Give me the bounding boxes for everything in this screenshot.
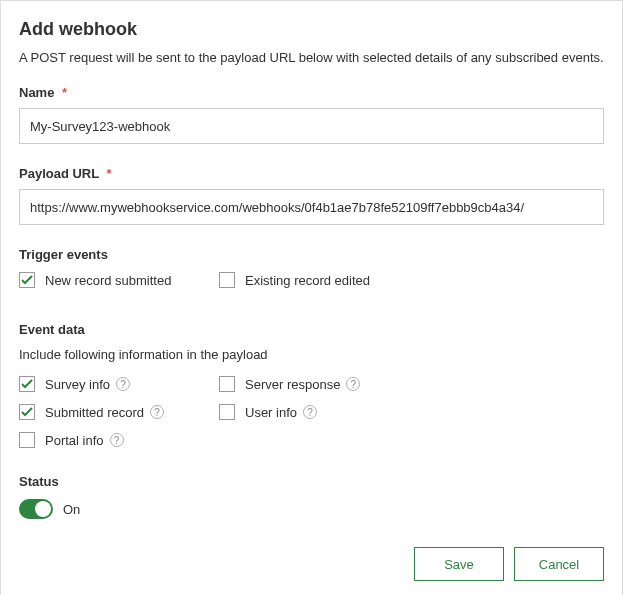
event-data-subtext: Include following information in the pay… [19, 347, 604, 362]
option-portal-info: Portal info ? [19, 432, 219, 448]
trigger-events-options: New record submitted Existing record edi… [19, 272, 604, 300]
label-new-record[interactable]: New record submitted [45, 273, 171, 288]
label-existing-record[interactable]: Existing record edited [245, 273, 370, 288]
required-mark-icon: * [62, 85, 67, 100]
payload-url-input[interactable] [19, 189, 604, 225]
dialog-description: A POST request will be sent to the paylo… [19, 50, 604, 65]
checkbox-new-record[interactable] [19, 272, 35, 288]
check-icon [21, 275, 33, 285]
save-button[interactable]: Save [414, 547, 504, 581]
status-label: Status [19, 474, 604, 489]
checkbox-portal-info[interactable] [19, 432, 35, 448]
check-icon [21, 407, 33, 417]
dialog-footer: Save Cancel [19, 547, 604, 581]
status-row: On [19, 499, 604, 519]
label-server-response[interactable]: Server response [245, 377, 340, 392]
event-data-options: Survey info ? Server response ? Submitte… [19, 376, 604, 460]
option-existing-record: Existing record edited [219, 272, 419, 288]
payload-url-label-text: Payload URL [19, 166, 99, 181]
payload-url-label: Payload URL * [19, 166, 604, 181]
help-icon[interactable]: ? [303, 405, 317, 419]
help-icon[interactable]: ? [116, 377, 130, 391]
checkbox-submitted-record[interactable] [19, 404, 35, 420]
help-icon[interactable]: ? [150, 405, 164, 419]
label-submitted-record[interactable]: Submitted record [45, 405, 144, 420]
label-portal-info[interactable]: Portal info [45, 433, 104, 448]
name-label: Name * [19, 85, 604, 100]
checkbox-survey-info[interactable] [19, 376, 35, 392]
option-server-response: Server response ? [219, 376, 419, 392]
check-icon [21, 379, 33, 389]
option-user-info: User info ? [219, 404, 419, 420]
label-survey-info[interactable]: Survey info [45, 377, 110, 392]
name-label-text: Name [19, 85, 54, 100]
status-value: On [63, 502, 80, 517]
checkbox-existing-record[interactable] [219, 272, 235, 288]
trigger-events-label: Trigger events [19, 247, 604, 262]
option-survey-info: Survey info ? [19, 376, 219, 392]
option-submitted-record: Submitted record ? [19, 404, 219, 420]
add-webhook-dialog: Add webhook A POST request will be sent … [0, 0, 623, 595]
dialog-title: Add webhook [19, 19, 604, 40]
option-new-record: New record submitted [19, 272, 219, 288]
checkbox-server-response[interactable] [219, 376, 235, 392]
toggle-knob-icon [35, 501, 51, 517]
required-mark-icon: * [107, 166, 112, 181]
name-input[interactable] [19, 108, 604, 144]
status-toggle[interactable] [19, 499, 53, 519]
help-icon[interactable]: ? [346, 377, 360, 391]
checkbox-user-info[interactable] [219, 404, 235, 420]
help-icon[interactable]: ? [110, 433, 124, 447]
label-user-info[interactable]: User info [245, 405, 297, 420]
cancel-button[interactable]: Cancel [514, 547, 604, 581]
event-data-label: Event data [19, 322, 604, 337]
